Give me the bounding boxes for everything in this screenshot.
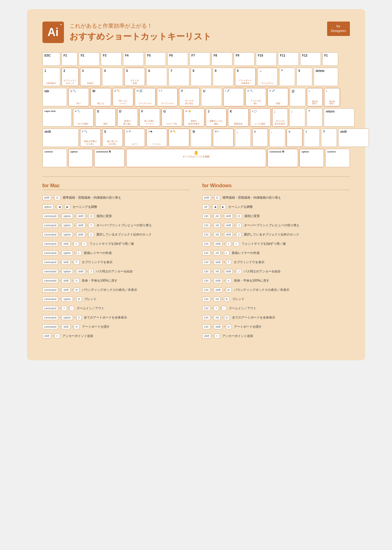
mac-key-badge: command [42,214,58,219]
mac-key-badge: < [74,241,79,246]
mac-key-badge: command [42,278,58,283]
mac-key-badge: D [54,195,60,200]
mac-key-badge: 2 [89,232,94,237]
win-key-badge: B [224,297,230,302]
win-shortcut-8: Ctrl + shift + T タブウィンドウを表示 [202,259,350,266]
mac-key-badge: option [61,297,73,302]
win-key-badge: shift [224,269,233,274]
win-key-badge: Ctrl [202,324,210,329]
win-shortcut-1: shift + D 標準描画・背面描画・内側描画の切り替え [202,194,350,201]
key-4: 4 [102,68,123,86]
win-key-badge: shift [214,260,223,265]
win-key-badge: Alt [202,204,209,209]
win-desc-16: アンカーポイント追加 [222,334,253,338]
key-z: Z 🔍 直前の作業のやり直し [80,129,101,147]
mac-shortcut-4: command + option + shift + Y オーバープリントプレビ… [42,222,190,229]
win-key-badge: Ctrl [202,315,210,320]
win-key-badge: L [224,251,229,255]
mac-key-badge: J [89,269,94,274]
win-shortcut-4: Ctrl + Alt + shift + Y オーバープリントプレビューの切り替… [202,222,350,229]
mac-shortcut-1: shift + D 標準描画・背面描画・内側描画の切り替え [42,194,190,201]
mac-key-badge: H [74,324,80,329]
mac-key-badge: B [76,297,82,302]
mac-key-badge: command [42,232,58,237]
mac-key-badge: option [61,232,73,237]
key-f12: F12 [300,52,321,66]
key-f4: F4 [123,52,144,66]
mac-key-badge: shift [76,269,85,274]
mac-key-badge: command [42,297,58,302]
mac-key-badge: shift [76,232,85,237]
win-desc-4: オーバープリントプレビューの切り替え [244,223,299,228]
mac-desc-12: ブレンド [84,297,97,301]
mac-key-badge: option [61,269,73,274]
mac-key-badge: ◀ [57,204,62,209]
win-shortcut-11: Ctrl + shift + B バウンディングボックスの表示／非表示 [202,287,350,293]
key-9: 9 [213,68,234,86]
key-question: ? [321,129,337,147]
key-8: 8 [191,68,212,86]
key-f9: F9 [234,52,255,66]
mac-desc-3: 個別に変形 [97,214,112,218]
mac-key-badge: shift [61,287,70,292]
keyboard-row-tab: tab Q 🔍 終了 W 閉じる E ✏️ 消しゴムツール R 🔄 ワープツール… [42,88,350,106]
mac-desc-5: 選択しているオブジェクト以外のロック [96,232,152,237]
win-shortcut-15: Ctrl + shift + H アートボードを隠す [202,323,350,330]
mac-shortcut-14: command + option + 0 全てのアートボードを全体表示 [42,314,190,321]
mac-section: for Mac shift + D 標準描画・背面描画・内側描画の切り替え op… [42,183,190,342]
win-desc-7: 新規レイヤーの作成 [232,251,259,255]
win-key-badge: shift [214,287,223,292]
key-u: U [201,88,222,106]
mac-shortcut-12: command + option + B ブレンド [42,296,190,303]
key-y: Y モードの切り替え [179,88,200,106]
key-m: M □ [213,129,234,147]
win-desc-1: 標準描画・背面描画・内側描画の切り替え [223,196,281,200]
mac-key-badge: ▶ [65,204,70,209]
win-key-badge: Alt [214,251,221,255]
key-x: X 線と塗りの入れ替え [102,129,123,147]
mac-shortcut-7: command + option + L 新規レイヤーの作成 [42,250,190,256]
mac-key-badge: option [61,223,73,228]
keyboard-row-caps: caps lock A 🔧 全てを選択 S 保存 D 変形の繰り返し F 同じ位… [42,108,350,127]
mac-key-badge: B [74,287,79,292]
win-key-badge: Y [236,223,242,228]
mac-key-badge: shift [61,324,70,329]
key-5: 5 ガイドを作成 [124,68,145,86]
section-divider [42,176,350,177]
win-key-badge: Alt [214,232,221,237]
mac-key-badge: shift [76,214,85,219]
win-desc-8: タブウィンドウを表示 [234,260,264,264]
win-key-badge: H [226,324,232,329]
mac-desc-1: 標準描画・背面描画・内側描画の切り替え [63,196,121,200]
key-g: G グループ化 [161,108,182,127]
key-t: T T ワープツール [157,88,178,106]
win-desc-5: 選択しているオブジェクト以外のロック [244,232,299,237]
win-key-badge: shift [202,334,211,338]
win-key-badge: Ctrl [202,278,210,283]
key-shift-r: shift [338,129,369,147]
keyboard-row-shift: shift Z 🔍 直前の作業のやり直し X 線と塗りの入れ替え C ⟳ コピー… [42,129,350,147]
win-key-badge: shift [214,241,223,246]
key-r: R 🔄 ワープツール [135,88,156,106]
key-shift-l: shift [42,129,79,147]
mac-key-badge: Y [89,223,94,228]
mac-shortcut-5: command + option + shift + 2 選択しているオブジェク… [42,231,190,238]
win-key-badge: Ctrl [202,297,210,302]
key-f: F 同じ位置にペースト [139,108,160,127]
key-f13: F1 [322,52,338,66]
mac-key-badge: shift [42,334,51,338]
key-f2: F2 [79,52,100,66]
key-slash: / [304,129,320,147]
win-key-badge: shift [202,195,211,200]
ai-logo: Ai [42,22,64,43]
win-key-badge: shift [224,214,233,219]
win-key-badge: Ctrl [202,287,210,292]
key-2: 2 オブジェクトをロック [61,68,79,86]
mac-desc-14: 全てのアートボードを全体表示 [84,315,127,320]
mac-key-badge: option [61,251,73,255]
key-return: return [324,108,354,127]
mac-key-badge: L [76,251,81,255]
key-option-l: option [68,149,93,167]
mac-key-badge: option [42,204,54,209]
win-key-badge: Alt [214,315,221,320]
